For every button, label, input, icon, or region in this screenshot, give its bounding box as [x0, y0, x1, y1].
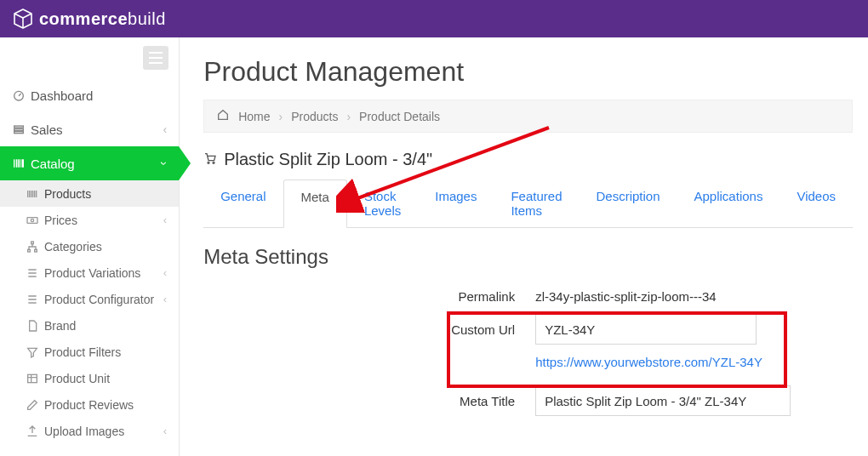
sidebar-item-catalog[interactable]: Catalog ›	[0, 146, 179, 180]
chevron-right-icon: ›	[279, 110, 283, 123]
sitemap-icon	[26, 240, 44, 254]
svg-rect-8	[35, 249, 37, 252]
tab-general[interactable]: General	[203, 180, 283, 227]
sidebar-sub-label: Upload Images	[44, 425, 163, 438]
sidebar-sub-categories[interactable]: Categories	[0, 233, 179, 259]
upload-icon	[26, 425, 44, 438]
sidebar-sub-unit[interactable]: Product Unit	[0, 365, 179, 391]
table-icon	[26, 372, 44, 385]
chevron-left-icon: ‹	[163, 293, 167, 305]
sidebar-sub-variations[interactable]: Product Variations ‹	[0, 259, 179, 286]
sidebar-sub-label: Product Unit	[44, 372, 167, 385]
sidebar-sub-prices[interactable]: Prices ‹	[0, 207, 179, 233]
chevron-left-icon: ‹	[163, 123, 167, 136]
tabs: General Meta Stock Levels Images Feature…	[203, 180, 853, 228]
sidebar-sub-filters[interactable]: Product Filters	[0, 339, 179, 365]
breadcrumb-details: Product Details	[359, 110, 440, 123]
tab-applications[interactable]: Applications	[677, 180, 780, 227]
sidebar-item-dashboard[interactable]: Dashboard	[0, 78, 179, 112]
svg-rect-1	[14, 126, 24, 128]
chevron-left-icon: ‹	[163, 214, 167, 226]
svg-rect-3	[14, 132, 24, 134]
svg-rect-6	[31, 242, 34, 244]
meta-form: Permalink zl-34y-plastic-split-zip-loom-…	[203, 289, 853, 416]
permalink-value: zl-34y-plastic-split-zip-loom---34	[535, 289, 853, 304]
sidebar-sub-brand[interactable]: Brand	[0, 312, 179, 339]
tab-stock-levels[interactable]: Stock Levels	[347, 180, 418, 227]
sidebar-item-sales[interactable]: Sales ‹	[0, 112, 179, 146]
page-title: Product Management	[203, 56, 853, 88]
sidebar-item-label: Sales	[31, 123, 163, 137]
breadcrumb-products[interactable]: Products	[291, 110, 338, 123]
topbar: commercebuild	[0, 0, 868, 37]
permalink-label: Permalink	[203, 289, 535, 304]
cube-icon	[12, 8, 34, 30]
custom-url-input[interactable]	[535, 314, 757, 345]
product-name: Plastic Split Zip Loom - 3/4"	[224, 150, 432, 169]
chevron-down-icon: ›	[158, 162, 172, 166]
svg-point-10	[208, 162, 209, 163]
svg-point-5	[31, 219, 33, 221]
sales-icon	[12, 123, 31, 136]
tab-images[interactable]: Images	[418, 180, 494, 227]
tab-videos[interactable]: Videos	[779, 180, 853, 227]
sidebar-sub-label: Brand	[44, 319, 167, 333]
custom-url-preview-link[interactable]: https://www.yourwebstore.com/YZL-34Y	[535, 355, 762, 369]
meta-title-label: Meta Title	[203, 394, 535, 408]
svg-rect-7	[28, 249, 31, 252]
brand-name: commercebuild	[39, 9, 166, 29]
sidebar-sub-reviews[interactable]: Product Reviews	[0, 391, 179, 418]
chevron-right-icon: ›	[346, 110, 351, 123]
sidebar-sub-label: Categories	[44, 240, 167, 254]
sidebar-sub-configurator[interactable]: Product Configurator ‹	[0, 286, 179, 312]
sidebar-sub-label: Product Variations	[44, 266, 163, 280]
sidebar: Dashboard Sales ‹ Catalog › Products Pri…	[0, 37, 180, 456]
breadcrumb-home[interactable]: Home	[238, 110, 270, 123]
sidebar-sub-label: Products	[44, 187, 167, 201]
svg-point-11	[213, 162, 214, 163]
tab-meta[interactable]: Meta	[283, 180, 347, 228]
tab-description[interactable]: Description	[579, 180, 677, 227]
sidebar-item-label: Dashboard	[31, 88, 167, 103]
custom-url-label: Custom Url	[203, 322, 535, 337]
svg-rect-2	[14, 128, 24, 130]
barcode-icon	[26, 187, 44, 201]
dashboard-icon	[12, 88, 31, 102]
meta-title-input[interactable]	[535, 385, 791, 416]
file-icon	[26, 319, 44, 333]
chevron-left-icon: ‹	[163, 266, 167, 279]
sidebar-sub-label: Product Filters	[44, 345, 167, 359]
sidebar-item-label: Catalog	[31, 157, 163, 171]
breadcrumb: Home › Products › Product Details	[203, 100, 853, 133]
brand-logo[interactable]: commercebuild	[12, 8, 166, 30]
money-icon	[26, 214, 44, 227]
svg-point-0	[14, 91, 24, 100]
sidebar-sub-label: Product Configurator	[44, 293, 163, 306]
list-icon	[26, 266, 44, 280]
sidebar-sub-label: Prices	[44, 214, 163, 227]
product-heading: Plastic Split Zip Loom - 3/4"	[203, 150, 853, 169]
list-icon	[26, 293, 44, 306]
tab-featured[interactable]: Featured Items	[494, 180, 579, 227]
filter-icon	[26, 345, 44, 359]
sidebar-sub-upload[interactable]: Upload Images ‹	[0, 418, 179, 444]
edit-icon	[26, 398, 44, 412]
section-title: Meta Settings	[203, 245, 853, 269]
main-content: Product Management Home › Products › Pro…	[180, 37, 868, 456]
svg-rect-9	[28, 374, 37, 382]
sidebar-sub-products[interactable]: Products	[0, 180, 179, 207]
cart-icon	[203, 150, 217, 169]
chevron-left-icon: ‹	[163, 425, 167, 437]
home-icon	[216, 108, 230, 124]
barcode-icon	[12, 157, 31, 170]
sidebar-sub-label: Product Reviews	[44, 398, 167, 412]
menu-toggle-icon[interactable]	[143, 46, 168, 70]
